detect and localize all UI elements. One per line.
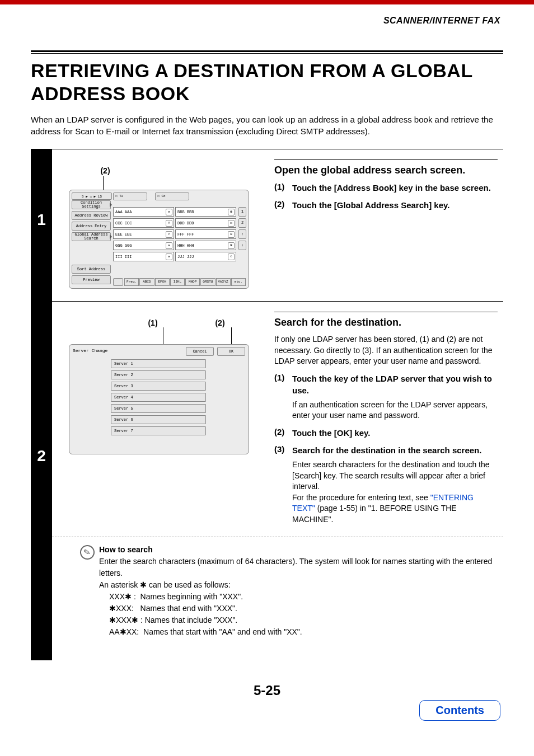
to-tab[interactable]: ☐ To	[113, 192, 147, 200]
sort-tab[interactable]: QRSTU	[200, 278, 215, 286]
sort-tab[interactable]: EFGH	[155, 278, 170, 286]
contact-label: GGG GGG	[115, 243, 132, 248]
cancel-button[interactable]: Cancel	[186, 347, 214, 356]
pencil-icon: ✎	[79, 544, 96, 561]
title-rule	[31, 50, 503, 54]
note-title: How to search	[99, 545, 153, 554]
mail-icon: ✉	[166, 253, 172, 260]
callout-2-label: (2)	[186, 318, 254, 327]
sort-tab[interactable]: etc.	[231, 278, 246, 286]
sort-tab[interactable]: MNOP	[185, 278, 200, 286]
step2-item1-num: (1)	[274, 373, 292, 421]
contact-label: BBB BBB	[177, 210, 194, 214]
contact-cell[interactable]: III III✉	[113, 252, 174, 261]
step-2: 2 (1) (2) Server Change	[31, 301, 503, 660]
note-line1: Enter the search characters (maximum of …	[99, 557, 492, 577]
scroll-up-button[interactable]: ↑	[238, 229, 246, 239]
contact-label: EEE EEE	[115, 232, 132, 237]
contact-cell[interactable]: JJJ JJJ✆	[175, 252, 236, 261]
contact-cell[interactable]: BBB BBB☎	[175, 207, 236, 217]
phone-icon: ✆	[166, 231, 172, 238]
note-desc: Names that include "XXX".	[145, 616, 238, 624]
sort-address-button[interactable]: Sort Address	[72, 265, 111, 274]
cc-tab[interactable]: ☐ Cc	[155, 192, 189, 200]
step2-heading: Search for the destination.	[274, 317, 498, 328]
phone-icon: ✆	[228, 253, 235, 260]
contact-label: AAA AAA	[115, 210, 132, 214]
contact-label: HHH HHH	[177, 243, 194, 248]
contact-label: DDD DDD	[177, 221, 194, 226]
step1-heading: Open the global address search screen.	[274, 165, 498, 176]
note-desc: Names beginning with "XXX".	[140, 592, 243, 601]
address-review-button[interactable]: Address Review	[72, 211, 111, 220]
step1-item2-num: (2)	[274, 199, 292, 211]
page-title: RETRIEVING A DESTINATION FROM A GLOBAL A…	[31, 59, 503, 105]
sort-tab[interactable]: IJKL	[170, 278, 185, 286]
step2-item2-text: Touch the [OK] key.	[292, 427, 498, 439]
step2-item2-num: (2)	[274, 427, 292, 439]
address-entry-button[interactable]: Address Entry	[72, 222, 111, 231]
item-text-sub: Enter search characters for the destinat…	[292, 459, 498, 525]
server-item[interactable]: Server 1	[111, 359, 206, 368]
contact-label: FFF FFF	[177, 232, 194, 237]
mail-icon: ✉	[228, 231, 235, 238]
callout-line	[69, 176, 263, 190]
sub-pre: Enter search characters for the destinat…	[292, 460, 490, 491]
page-2-button[interactable]: 2	[238, 218, 246, 228]
step-1: 1 (2) 5 ▶ ⌂ ▶ 15 Condition Settings Addr…	[31, 149, 503, 301]
top-red-bar	[0, 0, 534, 4]
global-address-search-button[interactable]: Global Address Search	[72, 232, 111, 241]
server-item[interactable]: Server 5	[111, 404, 206, 413]
note-pattern: AA✱XX:	[109, 627, 139, 636]
phone-icon: ✆	[166, 220, 172, 227]
step2-item3-num: (3)	[274, 444, 292, 525]
fax-icon: ☎	[228, 209, 235, 215]
address-book-screen: 5 ▶ ⌂ ▶ 15 Condition Settings Address Re…	[69, 190, 249, 289]
item-text-main: Touch the key of the LDAP server that yo…	[292, 374, 492, 395]
breadcrumb-bar: 5 ▶ ⌂ ▶ 15	[72, 192, 112, 200]
chevron-right-icon	[110, 234, 112, 239]
step1-item2-text: Touch the [Global Address Search] key.	[292, 199, 498, 211]
contact-label: JJJ JJJ	[177, 255, 194, 259]
separator-dotted	[52, 537, 503, 537]
callout-1-label: (1)	[119, 318, 186, 327]
contact-cell[interactable]: DDD DDD✉	[175, 218, 236, 228]
preview-button[interactable]: Preview	[72, 275, 111, 284]
condition-settings-button[interactable]: Condition Settings	[72, 200, 111, 209]
sort-tab[interactable]: VWXYZ	[216, 278, 231, 286]
page-1-button[interactable]: 1	[238, 207, 246, 217]
sub2-prefix: For the procedure for entering text, see	[292, 493, 430, 502]
note-icon: ✎	[80, 544, 99, 638]
step2-item1-text: Touch the key of the LDAP server that yo…	[292, 373, 498, 421]
note-line2: An asterisk ✱ can be used as follows:	[99, 580, 231, 589]
mail-icon: ✉	[166, 242, 172, 249]
edit-icon[interactable]	[113, 278, 123, 286]
step2-item3-text: Search for the destination in the search…	[292, 444, 498, 525]
server-item[interactable]: Server 2	[111, 370, 206, 379]
scroll-down-button[interactable]: ↓	[238, 241, 246, 250]
sort-tab[interactable]: ABCD	[139, 278, 154, 286]
contact-cell[interactable]: CCC CCC✆	[113, 218, 174, 228]
server-item[interactable]: Server 6	[111, 415, 206, 424]
contents-button[interactable]: Contents	[419, 700, 500, 721]
contact-cell[interactable]: EEE EEE✆	[113, 229, 174, 239]
server-item[interactable]: Server 4	[111, 393, 206, 402]
chevron-right-icon	[110, 203, 112, 207]
contact-cell[interactable]: HHH HHH☎	[175, 241, 236, 250]
mail-icon: ✉	[166, 209, 172, 215]
fax-icon: ☎	[228, 242, 235, 249]
contact-cell[interactable]: AAA AAA✉	[113, 207, 174, 217]
contact-cell[interactable]: GGG GGG✉	[113, 241, 174, 250]
ok-button[interactable]: OK	[217, 347, 245, 356]
note-pattern: ✱XXX✱ :	[109, 616, 143, 624]
page-number: 5-25	[31, 683, 503, 698]
mail-icon: ✉	[228, 220, 235, 227]
callout-line	[231, 327, 232, 344]
server-item[interactable]: Server 3	[111, 382, 206, 391]
contact-cell[interactable]: FFF FFF✉	[175, 229, 236, 239]
how-to-search-note: How to search Enter the search character…	[99, 544, 498, 638]
server-item[interactable]: Server 7	[111, 426, 206, 435]
btn-label: Condition Settings	[72, 201, 110, 209]
sort-tab[interactable]: Freq.	[124, 278, 139, 286]
intro-text: When an LDAP server is configured in the…	[31, 114, 503, 138]
